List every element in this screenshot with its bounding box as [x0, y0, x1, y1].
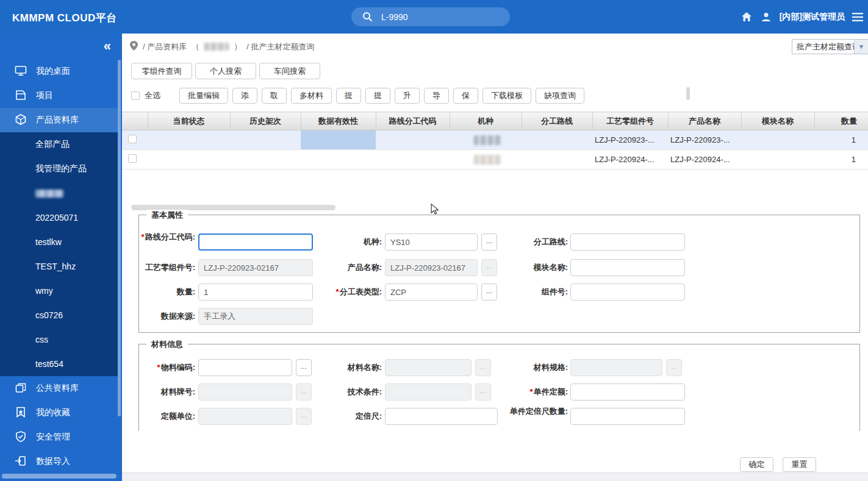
tab-personal-search[interactable]: 个人搜索	[195, 63, 256, 79]
division-route-input[interactable]	[570, 233, 685, 251]
search-value: L-9990	[381, 12, 408, 22]
field-label-component-no: 组件号:	[501, 287, 568, 297]
page-select-dropdown[interactable]: 批产主材定额查询 ▼	[792, 39, 868, 54]
sidebar-horizontal-scrollbar[interactable]	[2, 474, 117, 479]
breadcrumb-paren: （	[192, 41, 199, 52]
division-table-type-picker-button[interactable]: ...	[481, 283, 497, 301]
tab-part-query[interactable]: 零组件查询	[131, 63, 192, 79]
confirm-button[interactable]: 确定	[740, 457, 773, 472]
sidebar-item-desktop[interactable]: 我的桌面	[0, 59, 118, 84]
unit-fixed-length-qty-input[interactable]	[570, 408, 685, 425]
username-label[interactable]: [内部]测试管理员	[780, 12, 845, 23]
quantity-input[interactable]	[198, 283, 313, 301]
cell-part-no[interactable]: LZJ-P-220923-...	[592, 130, 668, 150]
global-search-input[interactable]: L-9990	[351, 7, 510, 26]
row-checkbox[interactable]	[128, 135, 137, 143]
col-header[interactable]: 当前状态	[148, 112, 230, 130]
process-part-no-input	[198, 259, 313, 276]
sidebar-subitem[interactable]: cs0726	[0, 303, 118, 327]
upgrade-button[interactable]: 升	[395, 88, 420, 104]
sidebar-nav: 我的桌面 项目 产品资料库 全部产品 我管理的产品 202205071 test…	[0, 59, 118, 474]
menu-icon[interactable]	[852, 12, 863, 22]
module-name-input[interactable]	[570, 259, 685, 276]
material-code-picker-button[interactable]: ...	[296, 359, 312, 376]
take-button[interactable]: 取	[262, 88, 287, 104]
cell-product-name[interactable]: LZJ-P-220923-...	[668, 130, 741, 150]
machine-type-picker-button[interactable]: ...	[481, 233, 497, 251]
user-icon[interactable]	[760, 11, 772, 23]
redacted-value	[204, 43, 229, 51]
sidebar-subitem[interactable]: 我管理的产品	[0, 157, 118, 181]
missing-item-query-button[interactable]: 缺项查询	[536, 88, 584, 104]
sidebar-subitem-redacted[interactable]	[0, 181, 118, 205]
add-button[interactable]: 添	[232, 88, 257, 104]
cell-qty[interactable]: 1	[814, 150, 868, 169]
sidebar-subitem[interactable]: test654	[0, 352, 118, 376]
sidebar-item-data-import[interactable]: 数据导入	[0, 449, 118, 474]
unit-quota-input[interactable]	[570, 383, 685, 401]
cell-product-name[interactable]: LZJ-P-220924-...	[668, 150, 741, 169]
table-row[interactable]: LZJ-P-220924-... LZJ-P-220924-... 1	[122, 150, 868, 169]
sidebar-subitem[interactable]: TEST_hhz	[0, 254, 118, 279]
sidebar-subitem[interactable]: testlkw	[0, 230, 118, 254]
fixed-length-input[interactable]	[385, 408, 498, 425]
machine-type-input[interactable]	[385, 233, 478, 251]
cell-part-no[interactable]: LZJ-P-220924-...	[592, 150, 668, 169]
save-button[interactable]: 保	[453, 88, 478, 104]
home-icon[interactable]	[741, 11, 753, 23]
sidebar-item-favorites[interactable]: 我的收藏	[0, 401, 118, 425]
cube-icon	[15, 113, 27, 127]
data-source-input	[198, 308, 313, 325]
footer-strip	[122, 472, 868, 481]
export-button[interactable]: 导	[424, 88, 449, 104]
project-icon	[15, 89, 27, 103]
sidebar-item-product-library[interactable]: 产品资料库	[0, 108, 118, 132]
col-header[interactable]: 数量	[814, 112, 868, 130]
desktop-icon	[15, 65, 27, 79]
col-header[interactable]: 机种	[450, 112, 522, 130]
field-label-division-table-type: *分工表类型:	[315, 287, 382, 297]
sidebar-item-public-library[interactable]: 公共资料库	[0, 376, 118, 401]
sidebar-vertical-scrollbar[interactable]	[118, 60, 121, 416]
sidebar-item-project[interactable]: 项目	[0, 84, 118, 108]
sidebar-subitem[interactable]: 202205071	[0, 205, 118, 230]
sidebar-subitem[interactable]: wmy	[0, 279, 118, 303]
reset-button[interactable]: 重置	[783, 457, 816, 472]
layers-icon	[15, 382, 27, 396]
sidebar-item-label: 安全管理	[36, 432, 70, 443]
col-header[interactable]: 历史架次	[230, 112, 301, 130]
submit-button-2[interactable]: 提	[365, 88, 390, 104]
sidebar-item-security[interactable]: 安全管理	[0, 425, 118, 449]
breadcrumb-seg1[interactable]: / 产品资料库	[143, 41, 187, 52]
division-table-type-input[interactable]	[385, 283, 478, 301]
select-all-checkbox[interactable]	[131, 91, 140, 100]
col-header[interactable]: 工艺零组件号	[592, 112, 668, 130]
tab-workshop-search[interactable]: 车间搜索	[259, 63, 320, 79]
selected-cell[interactable]	[301, 130, 376, 150]
sidebar-subitem[interactable]: css	[0, 327, 118, 352]
table-row[interactable]: LZJ-P-220923-... LZJ-P-220923-... 1	[122, 130, 868, 150]
col-header[interactable]: 产品名称	[668, 112, 741, 130]
multi-material-button[interactable]: 多材料	[291, 88, 332, 104]
material-code-input[interactable]	[198, 359, 292, 376]
bookmark-icon	[15, 406, 27, 420]
scrollbar-thumb[interactable]	[686, 87, 690, 100]
row-checkbox[interactable]	[128, 154, 137, 163]
batch-edit-button[interactable]: 批量编辑	[179, 88, 228, 104]
route-code-input[interactable]	[198, 233, 313, 251]
sidebar-subitem[interactable]: 全部产品	[0, 132, 118, 157]
submit-button-1[interactable]: 提	[336, 88, 361, 104]
sidebar-collapse-button[interactable]: «	[104, 38, 111, 54]
sidebar-item-label: 产品资料库	[36, 115, 79, 126]
download-template-button[interactable]: 下载模板	[482, 88, 531, 104]
col-header[interactable]: 路线分工代码	[376, 112, 450, 130]
col-header[interactable]: 分工路线	[522, 112, 592, 130]
col-header[interactable]: 模块名称	[741, 112, 814, 130]
material-name-input	[385, 359, 472, 376]
component-no-input[interactable]	[570, 283, 685, 301]
chevron-down-icon[interactable]: ▼	[854, 40, 868, 54]
col-header[interactable]: 数据有效性	[301, 112, 376, 130]
cell-qty[interactable]: 1	[814, 130, 868, 150]
breadcrumb-seg2: / 批产主材定额查询	[246, 41, 314, 52]
sidebar-submenu: 全部产品 我管理的产品 202205071 testlkw TEST_hhz w…	[0, 132, 118, 376]
